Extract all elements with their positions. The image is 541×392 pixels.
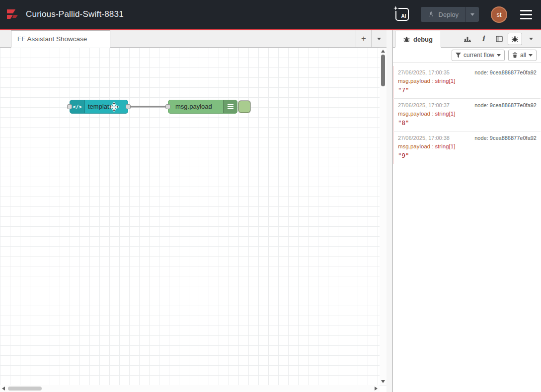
debug-message[interactable]: 27/06/2025, 17:00:37 node: 9cea886877e0f…	[393, 99, 541, 131]
message-timestamp: 27/06/2025, 17:00:37	[398, 102, 450, 108]
flow-editor: FF Assistant Showcase + </> template msg…	[0, 30, 386, 392]
message-value[interactable]: "7"	[398, 86, 537, 94]
property-separator: :	[432, 78, 433, 84]
debug-message[interactable]: 27/06/2025, 17:00:38 node: 9cea886877e0f…	[393, 131, 541, 164]
template-output-port[interactable]	[126, 104, 131, 109]
sidebar-tabbar: debug i	[393, 30, 541, 48]
book-icon	[496, 36, 503, 42]
filter-icon	[456, 53, 461, 58]
message-node-id: node: 9cea886877e0fa92	[474, 69, 537, 75]
canvas-vertical-scrollbar[interactable]	[380, 48, 386, 385]
debug-node[interactable]: msg.payload	[168, 100, 237, 114]
message-property: msg.payload	[398, 111, 430, 117]
workspace-tabbar: FF Assistant Showcase +	[0, 30, 386, 48]
message-node-id: node: 9cea886877e0fa92	[474, 102, 537, 108]
scroll-down-arrow[interactable]	[381, 380, 385, 383]
message-value[interactable]: "9"	[398, 152, 537, 159]
bug-icon	[403, 36, 410, 43]
template-node[interactable]: </> template	[70, 100, 128, 114]
debug-node-label: msg.payload	[175, 100, 212, 113]
message-property: msg.payload	[398, 143, 430, 149]
message-property: msg.payload	[398, 78, 430, 84]
bar-chart-icon	[464, 36, 471, 42]
message-timestamp: 27/06/2025, 17:00:35	[398, 69, 450, 75]
debug-input-port[interactable]	[165, 104, 170, 109]
flow-list-button[interactable]	[371, 30, 386, 47]
tab-debug-label: debug	[413, 36, 433, 43]
app-header: Curious-Pallid-Swift-8831 AI Deploy st	[0, 0, 541, 30]
ai-assistant-button[interactable]: AI	[395, 8, 409, 21]
filter-label: current flow	[464, 52, 494, 59]
message-value[interactable]: "8"	[398, 119, 537, 127]
chevron-down-icon	[470, 13, 474, 16]
vertical-scroll-thumb[interactable]	[381, 55, 385, 86]
scroll-right-arrow[interactable]	[375, 387, 378, 391]
debug-enable-toggle[interactable]	[238, 101, 250, 113]
avatar-initials: st	[496, 11, 501, 18]
template-node-label: template	[88, 100, 113, 113]
sidebar-tab-list-button[interactable]	[524, 33, 538, 45]
sparkle-icon	[393, 5, 398, 11]
scroll-left-arrow[interactable]	[2, 387, 5, 391]
chevron-down-icon	[529, 38, 533, 40]
flow-canvas[interactable]: </> template msg.payload	[0, 48, 386, 392]
tab-dashboard[interactable]	[460, 33, 474, 45]
message-node-id: node: 9cea886877e0fa92	[474, 135, 537, 141]
template-input-port[interactable]	[67, 104, 72, 109]
main-menu-button[interactable]	[519, 8, 533, 21]
debug-node-icon	[223, 100, 237, 113]
property-separator: :	[432, 143, 433, 149]
message-timestamp: 27/06/2025, 17:00:38	[398, 135, 450, 141]
tab-help[interactable]	[492, 33, 506, 45]
instance-title: Curious-Pallid-Swift-8831	[26, 9, 124, 19]
deploy-button[interactable]: Deploy	[421, 7, 479, 22]
horizontal-scroll-thumb[interactable]	[8, 387, 42, 391]
debug-clear-button[interactable]: all	[508, 50, 537, 61]
clear-label: all	[520, 52, 526, 59]
debug-filter-button[interactable]: current flow	[452, 50, 505, 61]
info-icon: i	[482, 34, 485, 43]
chevron-down-icon	[529, 54, 533, 57]
deploy-label: Deploy	[439, 11, 459, 18]
chevron-down-icon	[497, 54, 501, 57]
sidebar-resize-handle[interactable]	[386, 30, 393, 392]
template-node-icon: </>	[70, 100, 85, 113]
user-avatar[interactable]: st	[491, 6, 507, 23]
message-type: string[1]	[435, 143, 455, 149]
trash-icon	[512, 52, 518, 58]
canvas-horizontal-scrollbar[interactable]	[0, 385, 380, 392]
debug-toolbar: current flow all	[393, 48, 541, 63]
tab-debug[interactable]	[508, 33, 522, 45]
deploy-rocket-icon	[428, 11, 435, 18]
flow-tab-label: FF Assistant Showcase	[17, 35, 87, 43]
property-separator: :	[432, 111, 433, 117]
tab-info[interactable]: i	[476, 33, 490, 45]
add-flow-button[interactable]: +	[356, 30, 371, 47]
plus-icon: +	[361, 34, 366, 44]
debug-message[interactable]: 27/06/2025, 17:00:35 node: 9cea886877e0f…	[393, 66, 541, 99]
scroll-up-arrow[interactable]	[381, 50, 385, 53]
message-type: string[1]	[435, 78, 455, 84]
message-type: string[1]	[435, 111, 455, 117]
right-sidebar: debug i	[393, 30, 541, 392]
debug-message-list: 27/06/2025, 17:00:35 node: 9cea886877e0f…	[393, 63, 541, 392]
deploy-options-button[interactable]	[465, 7, 479, 22]
bug-icon	[512, 36, 518, 42]
flow-tab[interactable]: FF Assistant Showcase	[11, 30, 110, 48]
flowfuse-logo-icon	[5, 7, 20, 22]
ai-label: AI	[401, 13, 406, 19]
chevron-down-icon	[377, 38, 381, 40]
tab-debug-active[interactable]: debug	[395, 31, 441, 48]
